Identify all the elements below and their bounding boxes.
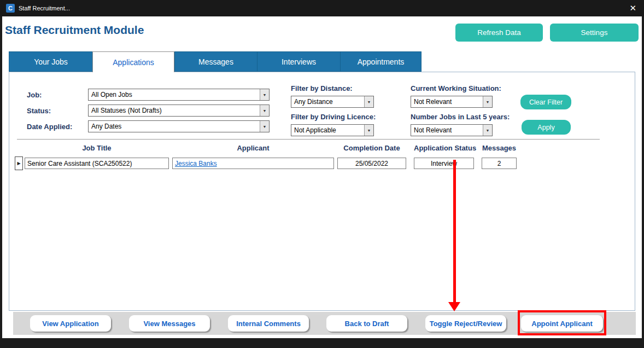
job-filter-label: Job: <box>27 91 42 99</box>
apply-filter-button[interactable]: Apply <box>522 120 571 135</box>
record-selector-arrow-icon: ▶ <box>17 161 20 166</box>
view-messages-button[interactable]: View Messages <box>129 315 210 332</box>
applications-panel: Job: All Open Jobs ▼ Status: All Statuse… <box>9 72 635 311</box>
record-selector[interactable]: ▶ <box>15 156 23 170</box>
status-filter-select[interactable]: All Statuses (Not Drafts) ▼ <box>88 105 270 117</box>
app-window: C Staff Recruitment... ✕ Staff Recruitme… <box>0 0 644 348</box>
tab-applications[interactable]: Applications <box>92 51 174 72</box>
applicant-cell[interactable]: Jessica Banks <box>172 158 334 169</box>
close-icon[interactable]: ✕ <box>629 3 636 13</box>
dropdown-arrow-icon: ▼ <box>483 96 492 107</box>
tab-your-jobs[interactable]: Your Jobs <box>9 51 92 72</box>
distance-filter-label: Filter by Distance: <box>291 84 353 92</box>
dropdown-arrow-icon: ▼ <box>260 89 269 100</box>
dropdown-arrow-icon: ▼ <box>364 96 373 107</box>
driving-licence-filter-value: Not Applicable <box>291 125 364 136</box>
action-bar: View Application View Messages Internal … <box>13 312 636 335</box>
status-filter-label: Status: <box>27 107 51 115</box>
distance-filter-value: Any Distance <box>291 96 364 107</box>
application-status-cell[interactable]: Interview <box>414 158 474 169</box>
dropdown-arrow-icon: ▼ <box>364 125 373 136</box>
annotation-arrow-line <box>453 160 456 302</box>
completion-date-cell[interactable]: 25/05/2022 <box>337 158 406 169</box>
dropdown-arrow-icon: ▼ <box>260 121 269 132</box>
job-title-cell[interactable]: Senior Care Assistant (SCA250522) <box>25 158 169 169</box>
settings-button[interactable]: Settings <box>550 24 639 42</box>
column-header-application-status: Application Status <box>414 144 474 152</box>
filter-table-separator <box>17 139 600 140</box>
dropdown-arrow-icon: ▼ <box>483 125 492 136</box>
distance-filter-select[interactable]: Any Distance ▼ <box>291 96 374 108</box>
tab-appointments[interactable]: Appointments <box>340 51 421 72</box>
view-application-button[interactable]: View Application <box>30 315 111 332</box>
applicant-link[interactable]: Jessica Banks <box>175 160 217 167</box>
dropdown-arrow-icon: ▼ <box>260 105 269 116</box>
working-situation-filter-label: Current Working Situation: <box>411 84 501 92</box>
driving-licence-filter-select[interactable]: Not Applicable ▼ <box>291 124 374 136</box>
jobs-last-5-years-filter-value: Not Relevant <box>411 125 483 136</box>
date-applied-filter-select[interactable]: Any Dates ▼ <box>88 120 270 132</box>
refresh-data-button[interactable]: Refresh Data <box>455 24 543 42</box>
internal-comments-button[interactable]: Internal Comments <box>228 315 309 332</box>
page-title: Staff Recruitment Module <box>5 24 144 37</box>
job-filter-value: All Open Jobs <box>89 89 260 100</box>
working-situation-filter-select[interactable]: Not Relevant ▼ <box>411 96 493 108</box>
driving-licence-filter-label: Filter by Driving Licence: <box>291 113 376 121</box>
jobs-last-5-years-filter-select[interactable]: Not Relevant ▼ <box>411 124 493 136</box>
window-title: Staff Recruitment... <box>19 5 70 11</box>
app-icon: C <box>6 4 15 13</box>
clear-filter-button[interactable]: Clear Filter <box>520 95 571 109</box>
messages-count-cell[interactable]: 2 <box>482 158 517 169</box>
date-applied-filter-value: Any Dates <box>89 121 260 132</box>
back-to-draft-button[interactable]: Back to Draft <box>326 315 407 332</box>
job-filter-select[interactable]: All Open Jobs ▼ <box>88 89 270 101</box>
tab-bar: Your Jobs Applications Messages Intervie… <box>9 51 421 72</box>
titlebar: C Staff Recruitment... ✕ <box>0 0 644 16</box>
jobs-last-5-years-filter-label: Number Jobs in Last 5 years: <box>411 113 510 121</box>
tab-interviews[interactable]: Interviews <box>257 51 340 72</box>
column-header-completion-date: Completion Date <box>337 144 406 152</box>
date-applied-filter-label: Date Applied: <box>27 123 72 131</box>
column-header-messages: Messages <box>482 144 517 152</box>
column-header-applicant: Applicant <box>172 144 334 152</box>
status-filter-value: All Statuses (Not Drafts) <box>89 105 260 116</box>
annotation-arrow-head <box>448 302 460 311</box>
column-header-job-title: Job Title <box>25 144 169 152</box>
window-content: Staff Recruitment Module Refresh Data Se… <box>2 16 642 338</box>
working-situation-filter-value: Not Relevant <box>411 96 483 107</box>
tab-messages[interactable]: Messages <box>174 51 257 72</box>
appoint-applicant-button[interactable]: Appoint Applicant <box>521 315 603 332</box>
toggle-reject-review-button[interactable]: Toggle Reject/Review <box>425 315 506 332</box>
